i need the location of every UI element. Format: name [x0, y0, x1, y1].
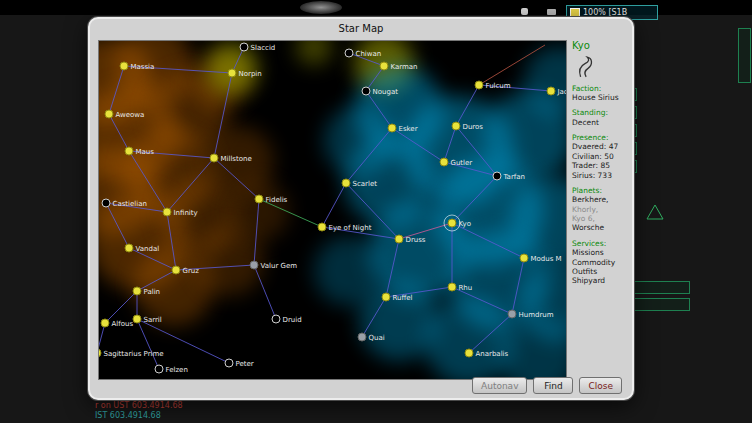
star-system-maus[interactable]: Maus — [125, 147, 154, 156]
star-icon — [102, 199, 110, 207]
nebula-orange — [229, 181, 289, 241]
star-system-millstone[interactable]: Millstone — [210, 154, 252, 163]
star-label: Gruz — [183, 267, 200, 275]
star-system-chiwan[interactable]: Chiwan — [345, 49, 381, 58]
star-system-aweowa[interactable]: Aweowa — [105, 110, 144, 119]
star-icon — [388, 124, 396, 132]
hyperlane — [105, 291, 137, 323]
star-label: Ruffel — [393, 294, 413, 302]
star-system-ruffel[interactable]: Ruffel — [382, 293, 413, 302]
star-icon — [318, 223, 326, 231]
presence-list: Dvaered: 47Civilian: 50Trader: 85Sirius:… — [572, 142, 630, 180]
presence-item: Dvaered: 47 — [572, 142, 630, 151]
star-icon — [382, 293, 390, 301]
star-label: Anarbalis — [476, 350, 509, 358]
star-icon — [133, 315, 141, 323]
star-system-sagittarius-prime[interactable]: Sagittarius Prime — [99, 349, 164, 358]
house-sirius-logo-icon — [576, 56, 594, 78]
star-label: Infinity — [174, 209, 198, 217]
star-system-gruz[interactable]: Gruz — [172, 266, 199, 275]
star-system-vandal[interactable]: Vandal — [125, 244, 159, 253]
star-system-tarfan[interactable]: Tarfan — [493, 172, 525, 181]
close-button[interactable]: Close — [579, 377, 622, 394]
star-system-fulcum[interactable]: Fulcum — [475, 81, 511, 90]
star-label: Felzen — [166, 366, 188, 374]
star-system-sarril[interactable]: Sarril — [133, 315, 162, 324]
star-system-duros[interactable]: Duros — [452, 122, 483, 131]
star-system-palin[interactable]: Palin — [133, 287, 160, 296]
star-system-gutler[interactable]: Gutler — [440, 158, 472, 167]
hud-date-line-1: r on UST 603.4914.68 — [95, 401, 183, 410]
nebula-yellow — [296, 41, 332, 65]
ship-sprite — [300, 1, 342, 14]
star-icon — [440, 158, 448, 166]
star-system-esker[interactable]: Esker — [388, 124, 418, 133]
hud-marker-icon — [547, 9, 556, 15]
hyperlane — [254, 265, 276, 319]
star-icon — [163, 208, 171, 216]
planet-item: Khorly, — [572, 205, 630, 214]
star-system-valur-gem[interactable]: Valur Gem — [250, 261, 297, 270]
star-icon — [345, 49, 353, 57]
star-system-massia[interactable]: Massia — [120, 62, 154, 71]
star-system-modus-m[interactable]: Modus M — [520, 254, 562, 263]
star-system-eye-of-night[interactable]: Eye of Night — [318, 223, 372, 232]
service-item: Shipyard — [572, 276, 630, 285]
autonav-button[interactable]: Autonav — [472, 377, 527, 394]
star-system-rhu[interactable]: Rhu — [448, 283, 472, 292]
star-system-infinity[interactable]: Infinity — [163, 208, 198, 217]
find-button[interactable]: Find — [533, 377, 573, 394]
star-system-slaccid[interactable]: Slaccid — [240, 43, 275, 52]
presence-item: Trader: 85 — [572, 161, 630, 170]
star-system-castielian[interactable]: Castielian — [102, 199, 147, 208]
hud-marker-icon — [521, 8, 528, 15]
star-icon — [475, 81, 483, 89]
service-item: Commodity — [572, 258, 630, 267]
star-icon — [105, 110, 113, 118]
star-system-druss[interactable]: Druss — [395, 235, 426, 244]
star-icon — [362, 87, 370, 95]
star-icon — [380, 62, 388, 70]
star-icon — [493, 172, 501, 180]
service-item: Missions — [572, 248, 630, 257]
star-map-area[interactable]: MassiaSlaccidNorpinChiwanKarmanNougatFul… — [98, 40, 567, 380]
star-system-alfous[interactable]: Alfous — [101, 319, 133, 328]
hud-panel — [738, 28, 751, 83]
shield-meter-text: 100% [S1B — [583, 8, 627, 17]
services-label: Services: — [572, 239, 630, 248]
star-label: Castielian — [113, 200, 147, 208]
service-item: Outfits — [572, 267, 630, 276]
faction-label: Faction: — [572, 84, 630, 93]
star-system-scarlet[interactable]: Scarlet — [342, 179, 377, 188]
star-label: Aweowa — [116, 111, 145, 119]
star-system-humdrum[interactable]: Humdrum — [508, 310, 554, 319]
star-label: Quai — [369, 334, 385, 342]
star-label: Norpin — [239, 70, 262, 78]
star-system-nougat[interactable]: Nougat — [362, 87, 398, 96]
star-system-felzen[interactable]: Felzen — [155, 365, 188, 374]
star-system-fidelis[interactable]: Fidelis — [255, 195, 288, 204]
planets-list: Berkhere,Khorly,Kyo 6,Worsche — [572, 195, 630, 233]
star-system-peter[interactable]: Peter — [225, 359, 254, 368]
star-icon — [547, 87, 555, 95]
hud-date-line-2: IST 603.4914.68 — [95, 411, 161, 420]
star-icon — [395, 235, 403, 243]
presence-item: Sirius: 733 — [572, 171, 630, 180]
faction-value: House Sirius — [572, 93, 630, 102]
star-icon — [240, 43, 248, 51]
star-icon — [101, 319, 109, 327]
star-label: Massia — [131, 63, 155, 71]
star-label: Millstone — [221, 155, 252, 163]
star-icon — [125, 244, 133, 252]
star-label: Modus M — [531, 255, 562, 263]
star-icon — [272, 315, 280, 323]
hyperlane — [137, 319, 159, 369]
star-icon — [172, 266, 180, 274]
star-icon — [508, 310, 516, 318]
star-system-norpin[interactable]: Norpin — [228, 69, 262, 78]
star-label: Scarlet — [353, 180, 378, 188]
star-system-quai[interactable]: Quai — [358, 333, 385, 342]
star-system-anarbalis[interactable]: Anarbalis — [465, 349, 509, 358]
star-system-druid[interactable]: Druid — [272, 315, 302, 324]
star-system-karman[interactable]: Karman — [380, 62, 418, 71]
